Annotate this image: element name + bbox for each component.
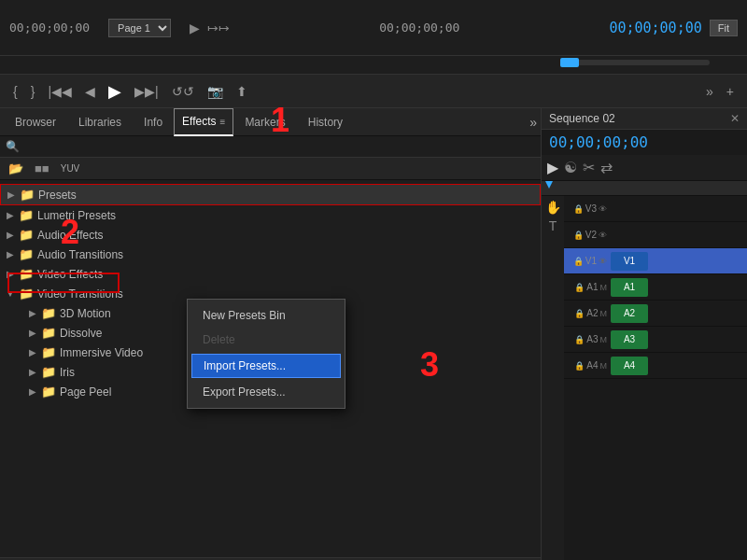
search-input[interactable] bbox=[23, 140, 535, 153]
arrow-lumetri: ▶ bbox=[6, 210, 15, 220]
clip-v1[interactable]: V1 bbox=[611, 252, 648, 271]
marker-in-icon[interactable]: { bbox=[9, 82, 21, 101]
track-body-v1[interactable]: V1 bbox=[611, 248, 747, 273]
tree-item-audio-transitions[interactable]: ▶ 📁 Audio Transitions bbox=[0, 245, 541, 264]
tabs-row: Browser Libraries Info Effects ≡ Markers… bbox=[0, 108, 541, 136]
track-body-v3[interactable] bbox=[611, 196, 747, 221]
timeline-tool-row: ▶ ☯ ✂ ⇄ bbox=[542, 155, 747, 181]
left-panel: Browser Libraries Info Effects ≡ Markers… bbox=[0, 108, 542, 560]
main-area: Browser Libraries Info Effects ≡ Markers… bbox=[0, 108, 747, 560]
right-timecode: 00;00;00;00 bbox=[542, 130, 747, 155]
tab-libraries[interactable]: Libraries bbox=[67, 108, 133, 136]
lock-v3-icon: 🔒 bbox=[573, 204, 584, 214]
arrow-immersive: ▶ bbox=[28, 347, 37, 357]
tree-item-presets[interactable]: ▶ 📁 Presets bbox=[0, 184, 541, 205]
export-icon[interactable]: ⬆ bbox=[233, 82, 251, 101]
arrow-presets: ▶ bbox=[7, 189, 16, 200]
sequence-header: Sequence 02 ✕ bbox=[542, 108, 747, 130]
clip-a3[interactable]: A3 bbox=[611, 330, 648, 349]
arrow-video-effects: ▶ bbox=[6, 269, 15, 279]
tab-history[interactable]: History bbox=[297, 108, 354, 136]
sequence-title: Sequence 02 bbox=[549, 112, 615, 125]
ruler-bar bbox=[0, 56, 747, 75]
sequence-close-btn[interactable]: ✕ bbox=[730, 112, 740, 125]
prev-page-icon[interactable]: ▶ bbox=[190, 21, 200, 35]
track-label-a3: 🔒 A3 M bbox=[564, 334, 611, 344]
new-bin-icon[interactable]: 📂 bbox=[6, 161, 26, 176]
track-body-a4[interactable]: A4 bbox=[611, 353, 747, 378]
track-body-a1[interactable]: A1 bbox=[611, 274, 747, 300]
arrow-video-transitions: ▼ bbox=[6, 288, 15, 299]
eye-v1-icon: 👁 bbox=[599, 257, 607, 266]
tab-browser[interactable]: Browser bbox=[4, 108, 67, 136]
clip-a2[interactable]: A2 bbox=[611, 304, 648, 323]
grid-icon[interactable]: ■■ bbox=[32, 161, 52, 176]
folder-audio-effects-icon: 📁 bbox=[19, 228, 34, 242]
timecode-left: 00;00;00;00 bbox=[9, 21, 90, 35]
tree-item-audio-effects[interactable]: ▶ 📁 Audio Effects bbox=[0, 225, 541, 245]
track-body-a3[interactable]: A3 bbox=[611, 327, 747, 352]
razor-tool-icon[interactable]: ✂ bbox=[583, 159, 595, 176]
tab-info[interactable]: Info bbox=[133, 108, 174, 136]
folder-video-transitions-icon: 📁 bbox=[19, 287, 34, 301]
timeline-content: ✋ T 🔒 V3 👁 🔒 bbox=[542, 196, 747, 560]
clip-a4[interactable]: A4 bbox=[611, 357, 648, 375]
page-select[interactable]: Page 1 bbox=[108, 19, 171, 37]
goto-in-icon[interactable]: |◀◀ bbox=[44, 82, 76, 101]
marker-out-icon[interactable]: } bbox=[27, 82, 39, 101]
search-bar: 🔍 bbox=[0, 136, 541, 158]
folder-lumetri-icon: 📁 bbox=[19, 208, 34, 222]
step-back-icon[interactable]: ◀ bbox=[81, 82, 99, 101]
mute-a3-icon: M bbox=[600, 335, 608, 344]
folder-3d-motion-icon: 📁 bbox=[41, 306, 56, 320]
track-label-v3: 🔒 V3 👁 bbox=[564, 203, 611, 214]
hand-tool-icon[interactable]: ✋ bbox=[545, 200, 561, 215]
more-controls-icon[interactable]: » bbox=[702, 82, 717, 101]
menu-import-presets[interactable]: Import Presets... bbox=[191, 354, 341, 378]
icon-row: 📂 ■■ YUV bbox=[0, 158, 541, 180]
top-bar-controls: ▶ ↦↦ bbox=[190, 21, 230, 35]
camera-icon[interactable]: 📷 bbox=[204, 82, 227, 101]
tree-item-video-effects[interactable]: ▶ 📁 Video Effects bbox=[0, 264, 541, 284]
step-fwd-icon[interactable]: ▶▶| bbox=[131, 82, 162, 101]
tab-markers[interactable]: Markers bbox=[233, 108, 296, 136]
track-label-v1: 🔒 V1 👁 bbox=[564, 256, 611, 266]
selection-tool-icon[interactable]: ▶ bbox=[547, 159, 558, 176]
track-label-v2: 🔒 V2 👁 bbox=[564, 230, 611, 240]
folder-page-peel-icon: 📁 bbox=[41, 385, 56, 399]
tabs-overflow-icon[interactable]: » bbox=[529, 115, 537, 130]
lock-v1-icon: 🔒 bbox=[573, 257, 584, 266]
add-control-icon[interactable]: + bbox=[723, 82, 738, 101]
play-icon[interactable]: ▶ bbox=[105, 79, 125, 104]
clip-a1[interactable]: A1 bbox=[611, 278, 648, 297]
sequence-timecode-top: 00;00;00;00 bbox=[609, 20, 701, 36]
slip-tool-icon[interactable]: ⇄ bbox=[600, 159, 613, 176]
playhead bbox=[545, 181, 553, 189]
menu-export-presets[interactable]: Export Presets... bbox=[188, 380, 345, 404]
folder-immersive-icon: 📁 bbox=[41, 345, 56, 359]
timeline-ruler bbox=[542, 181, 747, 196]
track-v1: 🔒 V1 👁 V1 bbox=[564, 248, 747, 274]
zoom-tool-icon[interactable]: T bbox=[549, 218, 557, 233]
arrow-page-peel: ▶ bbox=[28, 386, 37, 397]
menu-new-presets-bin[interactable]: New Presets Bin bbox=[188, 303, 345, 328]
ripple-tool-icon[interactable]: ☯ bbox=[564, 159, 577, 176]
arrow-iris: ▶ bbox=[28, 367, 37, 377]
mute-a2-icon: M bbox=[600, 309, 608, 318]
track-a3: 🔒 A3 M A3 bbox=[564, 327, 747, 353]
track-a2: 🔒 A2 M A2 bbox=[564, 301, 747, 327]
timeline-tracks: 🔒 V3 👁 🔒 V2 👁 bbox=[564, 196, 747, 560]
track-body-v2[interactable] bbox=[611, 222, 747, 247]
tab-effects[interactable]: Effects ≡ bbox=[174, 108, 233, 136]
lock-a3-icon: 🔒 bbox=[574, 335, 585, 344]
expand-icon[interactable]: ↦↦ bbox=[207, 21, 230, 35]
loop-icon[interactable]: ↺↺ bbox=[168, 82, 198, 101]
tree-item-lumetri[interactable]: ▶ 📁 Lumetri Presets bbox=[0, 205, 541, 225]
track-v2: 🔒 V2 👁 bbox=[564, 222, 747, 248]
yuv-icon[interactable]: YUV bbox=[58, 162, 83, 175]
track-label-a2: 🔒 A2 M bbox=[564, 308, 611, 318]
track-body-a2[interactable]: A2 bbox=[611, 301, 747, 326]
fit-button[interactable]: Fit bbox=[710, 20, 738, 36]
transport-bar: { } |◀◀ ◀ ▶ ▶▶| ↺↺ 📷 ⬆ » + bbox=[0, 75, 747, 108]
timeline-tools-col: ✋ T bbox=[542, 196, 564, 560]
